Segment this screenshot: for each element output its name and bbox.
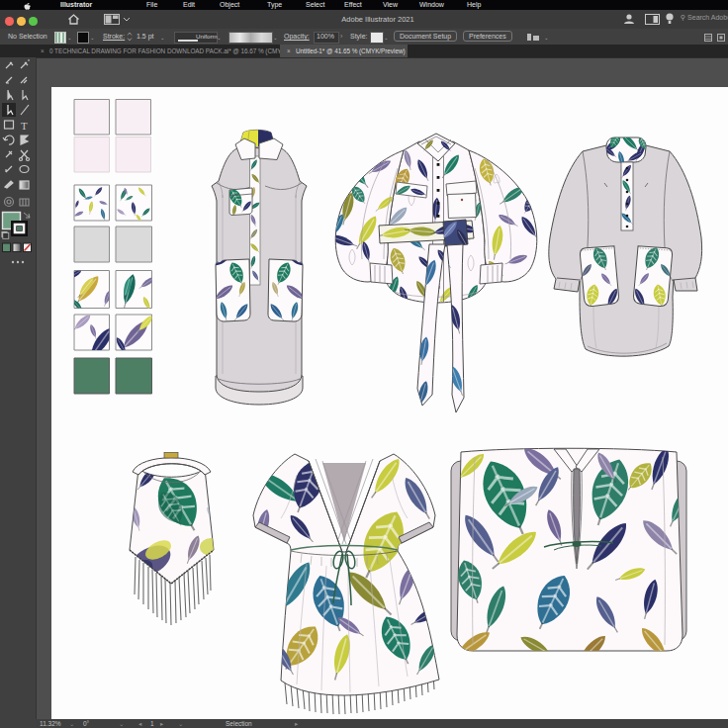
svg-text:T: T — [21, 120, 28, 132]
